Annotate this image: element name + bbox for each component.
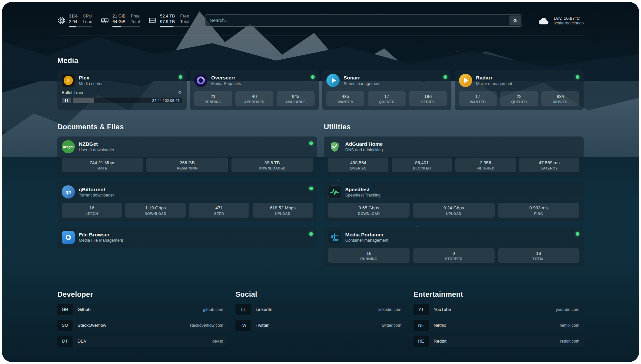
cpu-label-2: Load — [83, 19, 92, 25]
cpu-widget: 31% CPU 2.94 Load — [57, 14, 92, 28]
memory-progress-bar — [112, 26, 140, 27]
portainer-icon — [328, 231, 341, 244]
stat-block: 86,401 BLOCKED — [392, 158, 452, 172]
plex-icon: › — [62, 74, 75, 87]
status-dot — [179, 75, 182, 79]
stat-block: 47.569 ms LATENCY — [519, 158, 579, 172]
stat-block: 40 APPROVED — [235, 91, 273, 106]
stat-block: 485 WANTED — [326, 91, 364, 106]
stat-block: 9.65 Gbps DOWNLOAD — [328, 203, 410, 217]
service-subtitle: DNS and adblocking — [345, 147, 383, 153]
service-card-sonarr[interactable]: Sonarr Series management 485 WANTED 17 Q… — [322, 70, 451, 110]
bookmark-abbr: TW — [235, 320, 251, 331]
stat-block: 16 LEECH — [62, 203, 122, 217]
bookmark-stackoverflow[interactable]: SO StackOverflow stackoverflow.com — [57, 320, 228, 331]
stat-block: 834 MOVIES — [541, 91, 579, 106]
sonarr-icon — [326, 74, 340, 87]
nzbget-icon: nzbget — [62, 140, 75, 153]
bookmark-label: Github — [77, 307, 91, 312]
stat-block: 618.52 Mbps UPLOAD — [253, 203, 313, 217]
section-utilities: Utilities — [324, 123, 584, 267]
cpu-value-1: 31% — [69, 14, 77, 19]
memory-label-2: Total — [131, 19, 140, 25]
section-title-documents: Documents & Files — [57, 123, 317, 131]
service-card-qbittorrent[interactable]: qb qBittorrent Torrent downloader 16 LEE… — [57, 182, 317, 222]
stat-block: 9.24 Gbps UPLOAD — [413, 203, 494, 217]
stat-block: 22 QUEUED — [500, 91, 538, 106]
stat-block: 17 WANTED — [459, 91, 497, 106]
memory-value-1: 21 GiB — [112, 14, 126, 19]
section-media: Media › Plex Media server — [57, 56, 584, 110]
disk-icon — [148, 16, 156, 24]
bookmark-youtube[interactable]: YT YouTube youtube.com — [413, 304, 584, 315]
snow-flakes — [2, 2, 2, 2]
bookmark-label: YouTube — [434, 307, 451, 312]
topbar-divider — [57, 36, 584, 36]
bookmark-github[interactable]: GH Github github.com — [57, 304, 228, 315]
service-card-speedtest[interactable]: Speedtest Speedtest Tracking 9.65 Gbps D… — [324, 182, 584, 222]
bookmark-twitter[interactable]: TW Twitter twitter.com — [235, 320, 406, 331]
memory-label-1: Free — [131, 14, 140, 19]
service-card-filebrowser[interactable]: File Browser Media File Management — [57, 227, 317, 248]
section-documents: Documents & Files nzbget NZBGet Usenet d… — [57, 123, 317, 248]
service-card-nzbget[interactable]: nzbget NZBGet Usenet downloader 744.21 M… — [57, 136, 317, 176]
stat-block: 39.6 TB DOWNLOADED — [231, 158, 313, 172]
memory-value-2: 64 GiB — [112, 19, 126, 25]
bookmark-label: StackOverflow — [77, 323, 106, 328]
gear-icon[interactable]: ⚙ — [178, 90, 182, 95]
speedtest-icon — [328, 185, 341, 198]
service-subtitle: Movie management — [476, 81, 512, 86]
service-title: Speedtest — [345, 186, 381, 193]
bookmark-abbr: LI — [235, 304, 251, 315]
search-input[interactable] — [205, 14, 522, 27]
playback-progress-fill — [73, 98, 94, 103]
status-dot — [309, 232, 313, 236]
bookmark-abbr: SO — [57, 320, 73, 331]
service-card-plex[interactable]: › Plex Media server Bullet Train ⚙ — [57, 70, 187, 110]
playback-time: 24:44 / 02:06:47 — [152, 99, 179, 103]
bookmark-label: Reddit — [434, 339, 446, 344]
bookmark-reddit[interactable]: RE Reddit reddit.com — [413, 336, 584, 347]
top-bar: 31% CPU 2.94 Load — [57, 11, 584, 30]
service-subtitle: Torrent downloader — [79, 193, 114, 198]
weather-location: Lviv, 16.87°C — [554, 16, 584, 21]
bookmark-abbr: NF — [413, 320, 429, 331]
service-title: Radarr — [476, 75, 512, 81]
disk-value-2: 97.9 TB — [160, 19, 175, 25]
cloud-icon — [538, 15, 550, 25]
section-title-entertainment: Entertainment — [413, 290, 584, 299]
bookmark-abbr: YT — [413, 304, 429, 315]
dashboard-window: 31% CPU 2.94 Load — [2, 2, 639, 362]
service-title: Plex — [79, 75, 103, 81]
adguard-icon — [328, 140, 341, 153]
radarr-icon — [459, 74, 472, 87]
service-card-portainer[interactable]: Media Portainer Container management 16 … — [324, 227, 584, 267]
stat-block: 0 STOPPED — [413, 248, 494, 263]
bookmark-linkedin[interactable]: LI LinkedIn linkedin.com — [235, 304, 406, 315]
service-title: Overseerr — [211, 75, 241, 81]
service-card-radarr[interactable]: Radarr Movie management 17 WANTED 22 QUE… — [455, 70, 584, 110]
service-card-adguard[interactable]: AdGuard Home DNS and adblocking 498,564 … — [324, 136, 584, 176]
bookmark-netflix[interactable]: NF Netflix netflix.com — [413, 320, 584, 331]
service-subtitle: Media File Management — [79, 238, 123, 243]
service-subtitle: Speedtest Tracking — [345, 193, 381, 198]
stat-block: 498,564 QUERIES — [328, 158, 388, 172]
snow-flakes — [2, 2, 3, 3]
cpu-value-2: 2.94 — [69, 19, 77, 25]
stat-block: 744.21 Mbps RATE — [62, 158, 143, 172]
service-title: qBittorrent — [79, 186, 114, 193]
stat-block: 266 GB REMAINING — [146, 158, 228, 172]
section-title-utilities: Utilities — [324, 123, 584, 131]
service-title: File Browser — [79, 231, 123, 238]
stat-block: 196 SERIES — [409, 91, 447, 106]
pause-button[interactable] — [62, 98, 71, 103]
service-card-overseerr[interactable]: Overseerr Media Requests 21 PENDING 40 A… — [190, 70, 319, 110]
bookmark-dev[interactable]: DT DEV dev.to — [57, 336, 228, 347]
playback-progress-track[interactable]: 24:44 / 02:06:47 — [73, 98, 182, 103]
search-provider-button[interactable]: G — [509, 15, 521, 25]
stat-block: 16 RUNNING — [328, 248, 410, 263]
memory-widget: 21 GiB Free 64 GiB Total — [101, 14, 140, 28]
status-dot — [443, 75, 447, 79]
disk-value-1: 52.4 TB — [160, 14, 175, 19]
disk-progress-bar — [160, 26, 189, 27]
